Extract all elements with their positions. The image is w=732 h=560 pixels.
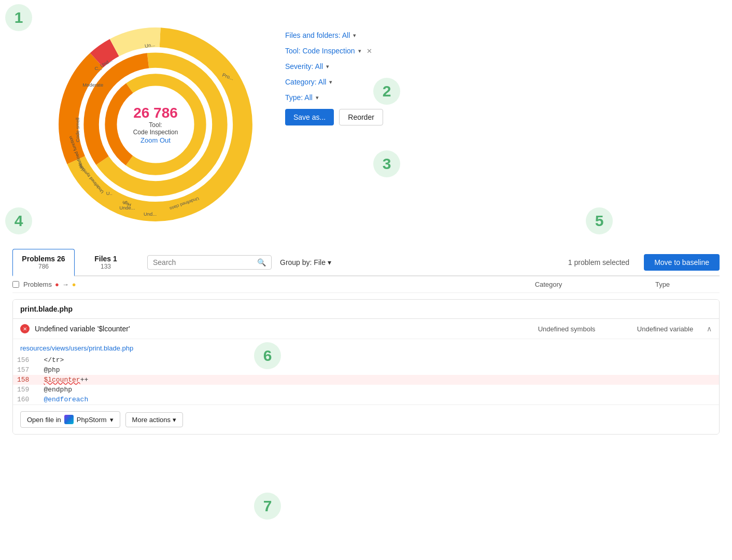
category-dropdown-arrow[interactable]: ▾ (329, 79, 332, 86)
tab-files-count: 133 (75, 263, 136, 270)
line-num-159: 159 (13, 385, 39, 395)
step-badge-6: 6 (254, 342, 281, 369)
step-badge-2: 2 (373, 78, 400, 105)
code-text-158: $lcounter++ (39, 375, 719, 385)
code-text-159: @endphp (39, 385, 719, 395)
select-all-checkbox[interactable] (12, 281, 19, 288)
code-line-160: 160 @endforeach (13, 395, 719, 404)
svg-text:Moderate: Moderate (82, 82, 103, 88)
code-line-159: 159 @endphp (13, 385, 719, 395)
file-header: print.blade.php (13, 300, 719, 319)
filter-buttons: Save as... Reorder (285, 109, 722, 125)
filter-tool[interactable]: Tool: Code Inspection ▾ ✕ (285, 47, 722, 55)
open-file-dropdown-arrow[interactable]: ▾ (110, 416, 114, 424)
toolbar: 🔍 Group by: File ▾ 1 problem selected Mo… (137, 254, 720, 271)
tab-files-title: Files 1 (75, 255, 136, 263)
reorder-button[interactable]: Reorder (339, 109, 383, 125)
code-keyword-endforeach: @endforeach (44, 396, 88, 403)
step-badge-5: 5 (586, 207, 613, 234)
step-badge-3: 3 (373, 150, 400, 177)
code-text-160: @endforeach (39, 395, 719, 404)
group-by-dropdown[interactable]: Group by: File ▾ (280, 258, 331, 267)
table-header: Problems ● → ● Category Type (12, 276, 720, 293)
code-table: 156 </tr> 157 @php 158 $lcounter++ (13, 355, 719, 404)
donut-chart: Und... Un... Pro... Undefined class High… (47, 16, 264, 233)
tab-problems[interactable]: Problems 26 786 (12, 249, 75, 276)
svg-text:Unde...: Unde... (119, 205, 135, 211)
problem-row[interactable]: Undefined variable '$lcounter' Undefined… (13, 319, 719, 339)
svg-text:U..: U.. (106, 191, 112, 197)
code-line-157: 157 @php (13, 365, 719, 375)
svg-text:Un...: Un... (144, 41, 156, 49)
files-dropdown-arrow[interactable]: ▾ (353, 32, 356, 39)
filter-files[interactable]: Files and folders: All ▾ (285, 31, 722, 39)
step-badge-4: 4 (5, 207, 32, 234)
svg-text:Code smell: Code smell (75, 118, 80, 142)
svg-text:Und...: Und... (144, 211, 157, 217)
col-header-type: Type (606, 281, 720, 288)
problem-selected-label: 1 problem selected (568, 258, 629, 267)
filters-panel: Files and folders: All ▾ Tool: Code Insp… (285, 16, 722, 125)
chart-count: 26 786 (133, 105, 178, 121)
move-to-baseline-button[interactable]: Move to baseline (644, 254, 720, 271)
chart-center: 26 786 Tool: Code Inspection Zoom Out (133, 105, 178, 144)
severity-arrow-red: ● (55, 281, 59, 288)
line-num-158: 158 (13, 375, 39, 385)
filter-type[interactable]: Type: All ▾ (285, 93, 722, 102)
group-by-arrow: ▾ (328, 258, 331, 267)
code-line-158: 158 $lcounter++ (13, 375, 719, 385)
search-box[interactable]: 🔍 (147, 255, 272, 270)
line-num-160: 160 (13, 395, 39, 404)
type-dropdown-arrow[interactable]: ▾ (316, 94, 319, 101)
phpstorm-icon (64, 415, 74, 424)
col-header-problems: Problems ● → ● (23, 281, 491, 288)
problem-category: Undefined symbols (510, 325, 624, 333)
file-group: print.blade.php Undefined variable '$lco… (12, 299, 720, 435)
line-num-157: 157 (13, 365, 39, 375)
footer-actions: Open file in PhpStorm ▾ More actions ▾ (13, 404, 719, 434)
step-badge-7: 7 (254, 493, 281, 520)
code-file-path[interactable]: resources/views/users/print.blade.php (13, 339, 719, 355)
tab-files[interactable]: Files 1 133 (75, 249, 137, 275)
problem-error-icon (20, 324, 30, 333)
search-icon: 🔍 (257, 258, 266, 267)
arrow-separator: → (62, 281, 69, 288)
open-file-button[interactable]: Open file in PhpStorm ▾ (20, 411, 120, 428)
severity-arrow-yellow: ● (72, 281, 76, 288)
line-num-156: 156 (13, 355, 39, 365)
severity-dropdown-arrow[interactable]: ▾ (326, 63, 329, 70)
code-line-156: 156 </tr> (13, 355, 719, 365)
problem-type: Undefined variable (624, 325, 707, 333)
tabs-bar: Problems 26 786 Files 1 133 🔍 Group by: … (12, 249, 720, 276)
tab-problems-count: 786 (13, 263, 74, 270)
step-badge-1: 1 (5, 4, 32, 31)
save-as-button[interactable]: Save as... (285, 109, 334, 125)
tab-problems-title: Problems 26 (13, 255, 74, 263)
more-actions-button[interactable]: More actions ▾ (125, 412, 183, 427)
filter-category[interactable]: Category: All ▾ (285, 78, 722, 86)
search-input[interactable] (153, 258, 257, 267)
tool-filter-close[interactable]: ✕ (367, 47, 372, 55)
filter-severity[interactable]: Severity: All ▾ (285, 62, 722, 71)
code-text-157: @php (39, 365, 719, 375)
svg-text:C...: C... (94, 65, 102, 71)
zoom-out-link[interactable]: Zoom Out (140, 136, 171, 144)
tool-dropdown-arrow[interactable]: ▾ (358, 48, 361, 54)
problem-title: Undefined variable '$lcounter' (35, 325, 510, 333)
col-header-category: Category (491, 281, 606, 288)
code-panel: resources/views/users/print.blade.php 15… (13, 339, 719, 434)
code-text-156: </tr> (39, 355, 719, 365)
code-error-text: $lcounter (44, 376, 80, 384)
more-actions-arrow: ▾ (173, 416, 176, 424)
chart-tool-label: Tool: Code Inspection (133, 121, 178, 136)
collapse-button[interactable]: ∧ (707, 325, 712, 333)
